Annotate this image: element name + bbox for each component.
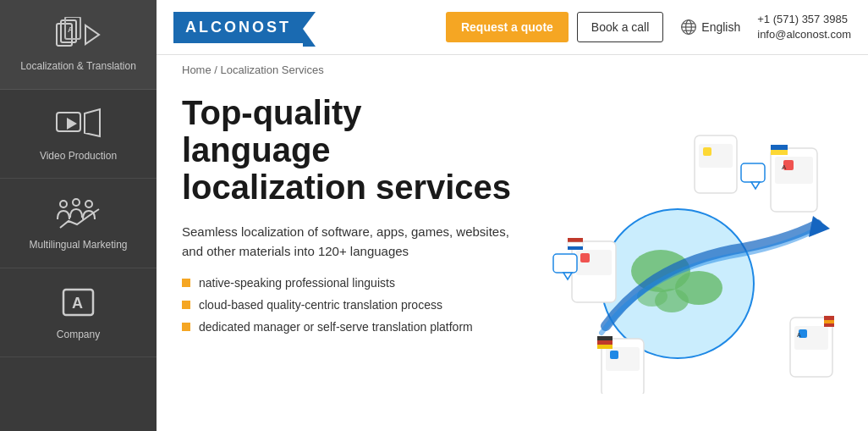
svg-rect-52 [703, 147, 711, 156]
sidebar-item-company[interactable]: A Company [0, 268, 157, 358]
svg-rect-37 [824, 323, 834, 327]
svg-marker-6 [85, 109, 100, 136]
phone-number: +1 (571) 357 3985 [757, 12, 851, 27]
list-item: dedicated manager or self-serve translat… [182, 320, 513, 334]
svg-rect-55 [741, 163, 765, 182]
sidebar-item-marketing-label: Multilingual Marketing [29, 239, 127, 252]
svg-marker-4 [85, 25, 99, 44]
svg-text:A: A [782, 163, 787, 171]
svg-rect-36 [824, 320, 834, 323]
svg-rect-30 [771, 150, 788, 155]
list-item: native-speaking professional linguists [182, 276, 513, 290]
bullet-icon [182, 323, 190, 331]
breadcrumb-home[interactable]: Home [182, 64, 212, 76]
bullet-icon [182, 279, 190, 287]
request-quote-button[interactable]: Request a quote [446, 12, 569, 42]
marketing-icon [53, 194, 104, 232]
feature-label: cloud-based quality-centric translation … [199, 298, 442, 312]
sidebar-item-video-label: Video Production [40, 150, 117, 163]
svg-marker-56 [751, 182, 760, 189]
svg-rect-29 [771, 145, 788, 150]
language-selector[interactable]: English [680, 19, 740, 36]
svg-rect-49 [597, 345, 613, 349]
svg-rect-45 [606, 347, 640, 371]
main-content: ALCONOST Request a quote Book a call Eng… [157, 0, 868, 431]
svg-text:A: A [68, 25, 74, 34]
svg-rect-51 [699, 144, 733, 168]
svg-marker-7 [67, 118, 77, 130]
logo-text: ALCONOST [185, 19, 291, 36]
header: ALCONOST Request a quote Book a call Eng… [157, 0, 868, 55]
localization-icon: A [53, 15, 104, 53]
svg-text:A: A [797, 332, 801, 338]
svg-point-8 [60, 201, 67, 207]
hero-heading: Top-quality language localization servic… [182, 94, 513, 206]
svg-point-10 [85, 201, 92, 207]
svg-rect-32 [794, 326, 828, 350]
video-icon [53, 105, 104, 143]
sidebar-item-localization-label: Localization & Translation [20, 60, 136, 74]
breadcrumb-current: Localization Services [221, 64, 324, 76]
sidebar: A Localization & Translation Video Produ… [0, 0, 157, 431]
svg-rect-46 [610, 351, 618, 359]
language-label: English [701, 20, 740, 34]
sidebar-item-localization[interactable]: A Localization & Translation [0, 0, 157, 90]
svg-marker-54 [563, 273, 572, 279]
list-item: cloud-based quality-centric translation … [182, 298, 513, 312]
bullet-icon [182, 301, 190, 309]
breadcrumb-separator: / [214, 64, 220, 76]
svg-rect-41 [568, 238, 583, 242]
svg-rect-35 [824, 316, 834, 320]
hero-subtext: Seamless localization of software, apps,… [182, 223, 513, 261]
svg-text:A: A [72, 295, 83, 312]
feature-list: native-speaking professional linguists c… [182, 276, 513, 334]
contact-info: +1 (571) 357 3985 info@alconost.com [757, 12, 851, 42]
hero-illustration: A A [513, 94, 843, 423]
svg-rect-53 [553, 254, 577, 273]
sidebar-item-marketing[interactable]: Multilingual Marketing [0, 179, 157, 268]
svg-point-9 [73, 199, 80, 206]
company-icon: A [53, 284, 104, 322]
sidebar-item-video[interactable]: Video Production [0, 90, 157, 180]
svg-rect-42 [568, 242, 583, 246]
sidebar-item-company-label: Company [57, 329, 100, 342]
svg-rect-48 [597, 340, 613, 345]
globe-svg: A A [521, 123, 834, 394]
svg-rect-26 [775, 157, 813, 184]
svg-rect-47 [597, 336, 613, 340]
email-address: info@alconost.com [757, 27, 851, 42]
svg-rect-43 [568, 246, 583, 250]
svg-marker-24 [809, 216, 830, 237]
globe-lang-icon [680, 19, 697, 36]
logo[interactable]: ALCONOST [173, 12, 303, 43]
svg-rect-40 [580, 253, 590, 262]
hero-left: Top-quality language localization servic… [182, 94, 513, 423]
feature-label: dedicated manager or self-serve translat… [199, 320, 473, 334]
breadcrumb: Home / Localization Services [157, 55, 868, 81]
book-call-button[interactable]: Book a call [577, 12, 663, 42]
content-area: Top-quality language localization servic… [157, 81, 868, 431]
feature-label: native-speaking professional linguists [199, 276, 395, 290]
